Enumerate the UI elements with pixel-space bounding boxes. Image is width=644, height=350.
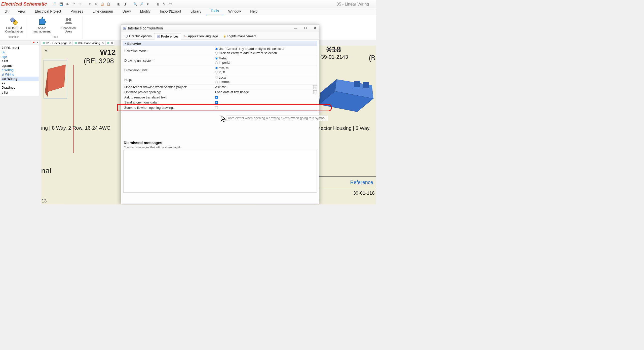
tree-item[interactable]: s list — [1, 59, 39, 63]
project-tree[interactable]: 2 PR1_out1 ok age s list agrams e Wiring… — [0, 45, 40, 96]
side-panel: 📌 ✕ 2 PR1_out1 ok age s list agrams e Wi… — [0, 40, 40, 96]
paste-icon[interactable]: 📋 — [100, 2, 105, 6]
tree-item[interactable]: 2 PR1_out1 — [1, 46, 39, 50]
undo-icon[interactable]: ↶ — [71, 2, 76, 6]
connected-users-button[interactable]: Connected Users — [57, 17, 80, 33]
tab-application-language[interactable]: Aあ Application language — [181, 33, 220, 39]
value-open-recent[interactable]: Ask me — [215, 85, 316, 89]
close-tab-icon[interactable]: ✕ — [69, 41, 71, 45]
menu-modify[interactable]: Modify — [135, 8, 155, 15]
tree-item-selected[interactable]: ear Wiring — [1, 77, 39, 81]
document-tab[interactable]: ▤ 0 — [106, 41, 114, 45]
radio-local[interactable]: Local — [215, 75, 316, 80]
canvas-text: ing | 8 Way, 2 Row, 16-24 AWG — [41, 125, 111, 131]
tree-item[interactable]: e Wiring — [1, 68, 39, 72]
tree-item[interactable]: agrams — [1, 63, 39, 68]
svg-rect-15 — [125, 35, 128, 37]
radio-use-control[interactable]: Use "Control" key to add entity to the s… — [215, 47, 316, 51]
close-tab-icon[interactable]: ✕ — [102, 41, 104, 45]
print-icon[interactable]: 🖶 — [65, 2, 70, 6]
tree-item[interactable]: ok — [1, 50, 39, 55]
dialog-titlebar[interactable]: Interface configuration — ☐ ✕ — [121, 25, 319, 32]
monitor-icon — [125, 35, 128, 38]
dialog-title: Interface configuration — [128, 26, 163, 30]
zoom-out-icon[interactable]: 🔎 — [139, 2, 144, 6]
new-icon[interactable]: 📄 — [53, 2, 57, 6]
radio-inft[interactable]: in, ft — [215, 70, 316, 75]
svg-rect-13 — [124, 27, 125, 28]
menu-library[interactable]: Library — [186, 8, 206, 15]
label-optimize: Optimize project opening: — [123, 90, 214, 95]
link-pdm-button[interactable]: Link to PDM Configuration — [3, 17, 25, 33]
label-selection-mode: Selection mode: — [123, 46, 214, 56]
interface-config-dialog: Interface configuration — ☐ ✕ Graphic op… — [121, 24, 319, 204]
svg-marker-5 — [45, 65, 66, 93]
menu-draw[interactable]: Draw — [118, 8, 135, 15]
zoom-in-icon[interactable]: 🔍 — [133, 2, 138, 6]
dismissed-messages-list[interactable] — [123, 150, 317, 192]
menu-tools[interactable]: Tools — [206, 7, 223, 15]
checkbox-send-anonymous[interactable] — [215, 101, 218, 104]
dropdown-icon[interactable]: ▾ — [313, 85, 317, 89]
menu-edit[interactable]: dit — [0, 8, 13, 15]
checkbox-ask-translated[interactable] — [215, 96, 218, 99]
menu-line-diagram[interactable]: Line diagram — [88, 8, 118, 15]
collapse-icon[interactable]: ▼ — [124, 43, 126, 45]
tab-preferences[interactable]: Preferences — [154, 33, 181, 40]
sheet-next-icon[interactable]: ◨ — [123, 2, 127, 6]
menu-bar: dit View Electrical Project Process Line… — [0, 8, 376, 15]
paste-special-icon[interactable]: 📋 — [106, 2, 111, 6]
radio-mm[interactable]: mm, m — [215, 66, 316, 70]
zoom-fit-icon[interactable]: ✥ — [145, 2, 150, 6]
pin-icon[interactable]: 📌 — [32, 41, 35, 44]
canvas-text: 39-01-2143 — [321, 54, 348, 60]
title-bar: Electrical Schematic 📄 💾 🖶 ↶ ↷ ✂ ⎘ 📋 📋 ◧… — [0, 0, 376, 8]
checkbox-zoom-fit[interactable] — [215, 106, 218, 109]
maximize-icon[interactable]: ☐ — [303, 26, 308, 30]
language-icon: Aあ — [183, 35, 187, 38]
save-icon[interactable]: 💾 — [59, 2, 63, 6]
menu-window[interactable]: Window — [223, 8, 245, 15]
tree-item[interactable]: age — [1, 55, 39, 59]
close-icon[interactable]: ✕ — [313, 26, 317, 30]
preferences-icon — [157, 35, 160, 38]
canvas-text: X18 — [326, 45, 341, 54]
cut-icon[interactable]: ✂ — [88, 2, 92, 6]
tree-item[interactable]: st Wiring — [1, 72, 39, 77]
search-icon[interactable]: ⚲ — [162, 2, 166, 6]
document-tab[interactable]: ▤ 01 - Cover page ✕ — [41, 41, 73, 45]
menu-view[interactable]: View — [13, 8, 30, 15]
menu-help[interactable]: Help — [246, 8, 262, 15]
redo-icon[interactable]: ↷ — [78, 2, 82, 6]
document-tab[interactable]: ▤ 03 - Base Wiring ✕ — [73, 41, 105, 45]
radio-click-entity[interactable]: Click on entity to add to current select… — [215, 51, 316, 56]
value-optimize[interactable]: Load data at first usage — [215, 90, 316, 94]
radio-internet[interactable]: Internet — [215, 80, 316, 84]
label-dimension-units: Dimension units: — [123, 65, 214, 75]
radio-imperial[interactable]: Imperial — [215, 61, 316, 65]
menu-import-export[interactable]: Import/Export — [155, 8, 186, 15]
tab-graphic-options[interactable]: Graphic options — [122, 33, 154, 39]
menu-process[interactable]: Process — [66, 8, 88, 15]
section-behavior[interactable]: ▼ Behavior — [123, 41, 317, 46]
menu-electrical-project[interactable]: Electrical Project — [30, 8, 66, 15]
radio-metric[interactable]: Metric — [215, 56, 316, 61]
tree-item[interactable]: Drawings — [1, 85, 39, 90]
sheet-prev-icon[interactable]: ◧ — [117, 2, 121, 6]
tree-item[interactable]: es — [1, 81, 39, 86]
lock-icon — [223, 35, 226, 38]
home-icon[interactable]: ⌂▾ — [168, 2, 173, 6]
grid-icon[interactable]: ▦ — [156, 2, 160, 6]
tree-item[interactable]: s list — [1, 90, 39, 95]
canvas-text: nal — [41, 166, 52, 175]
addin-management-button[interactable]: Add-in management — [31, 17, 53, 33]
close-panel-icon[interactable]: ✕ — [36, 41, 39, 44]
dropdown-icon[interactable]: ▾ — [313, 90, 317, 94]
svg-rect-20 — [224, 36, 225, 37]
copy-icon[interactable]: ⎘ — [94, 2, 98, 6]
minimize-icon[interactable]: — — [293, 26, 298, 30]
reference-header[interactable]: Reference — [350, 180, 373, 185]
tab-rights-management[interactable]: Rights management — [220, 33, 259, 39]
document-tabstrip: ▤ 01 - Cover page ✕ ▤ 03 - Base Wiring ✕… — [41, 40, 115, 46]
sheet-icon: ▤ — [107, 42, 109, 44]
